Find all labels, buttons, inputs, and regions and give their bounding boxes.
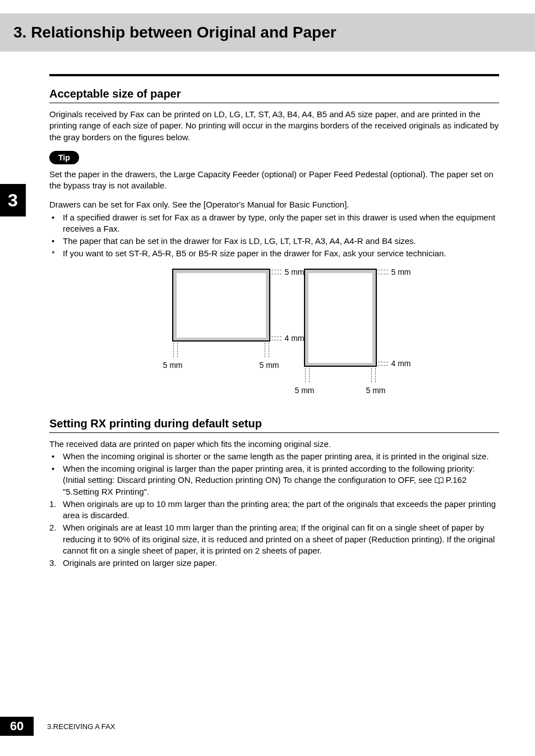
list-item: 1.When originals are up to 10 mm larger …	[49, 499, 499, 522]
dim-right: 5 mm	[260, 361, 279, 370]
figure-landscape: 5 mm 4 mm 5 mm 5 mm	[172, 269, 270, 395]
list-item: •When the incoming original is shorter o…	[49, 451, 499, 462]
chapter-tab: 3	[0, 184, 26, 216]
section2-bullets: •When the incoming original is shorter o…	[49, 451, 499, 497]
section-divider-thin	[49, 432, 499, 433]
figure-portrait: 5 mm 4 mm 5 mm 5 mm	[304, 269, 377, 395]
book-icon	[435, 477, 444, 484]
list-item-text: If a specified drawer is set for Fax as …	[63, 213, 495, 233]
drawers-text: Drawers can be set for Fax only. See the…	[49, 199, 499, 210]
figure-portrait-box: 5 mm 4 mm	[304, 269, 377, 367]
list-item-text: If you want to set ST-R, A5-R, B5 or B5-…	[63, 248, 446, 258]
dim-below-row: 5 mm 5 mm	[304, 386, 377, 395]
list-item: •The paper that can be set in the drawer…	[49, 236, 499, 247]
dim-bottom: 4 mm	[285, 334, 305, 343]
dim-below-row: 5 mm 5 mm	[172, 361, 270, 370]
tip-badge: Tip	[49, 151, 79, 164]
dim-right: 5 mm	[366, 386, 386, 395]
chapter-tab-number: 3	[8, 190, 18, 211]
list-item-text: The paper that can be set in the drawer …	[63, 236, 416, 246]
page-number: 60	[0, 717, 34, 736]
footer-chapter-label: 3.RECEIVING A FAX	[47, 722, 115, 731]
list-item-text: Originals are printed on larger size pap…	[63, 558, 217, 568]
chapter-header: 3. Relationship between Original and Pap…	[0, 13, 535, 52]
section2-intro: The received data are printed on paper w…	[49, 439, 499, 450]
page-number-text: 60	[10, 719, 24, 734]
list-item: *If you want to set ST-R, A5-R, B5 or B5…	[49, 248, 499, 259]
margin-figures: 5 mm 4 mm 5 mm 5 mm 5 mm	[49, 269, 499, 395]
section-divider-thin	[49, 103, 499, 103]
figure-landscape-box: 5 mm 4 mm	[172, 269, 270, 342]
section1-intro: Originals received by Fax can be printed…	[49, 109, 499, 143]
chapter-title: 3. Relationship between Original and Pap…	[13, 24, 522, 42]
list-item-text: When originals are at least 10 mm larger…	[63, 523, 495, 555]
list-item: 3.Originals are printed on larger size p…	[49, 557, 499, 569]
dim-left: 5 mm	[163, 361, 183, 370]
section1-bullets: •If a specified drawer is set for Fax as…	[49, 212, 499, 260]
section-divider-thick	[49, 74, 499, 76]
dim-top: 5 mm	[391, 268, 411, 276]
section1-title: Acceptable size of paper	[49, 87, 499, 100]
dim-left: 5 mm	[295, 386, 315, 395]
section2-title: Setting RX printing during default setup	[49, 417, 499, 430]
list-item: •If a specified drawer is set for Fax as…	[49, 212, 499, 235]
list-item: 2.When originals are at least 10 mm larg…	[49, 522, 499, 556]
page-footer: 60 3.RECEIVING A FAX	[0, 717, 535, 736]
list-item: •When the incoming original is larger th…	[49, 463, 499, 497]
tip-text: Set the paper in the drawers, the Large …	[49, 169, 499, 192]
list-item-text: When originals are up to 10 mm larger th…	[63, 499, 496, 520]
dim-bottom: 4 mm	[391, 359, 411, 368]
section2-numbered: 1.When originals are up to 10 mm larger …	[49, 499, 499, 569]
list-item-text: When the incoming original is shorter or…	[63, 451, 489, 461]
list-item-text: When the incoming original is larger tha…	[63, 464, 475, 485]
dim-top: 5 mm	[285, 268, 305, 276]
